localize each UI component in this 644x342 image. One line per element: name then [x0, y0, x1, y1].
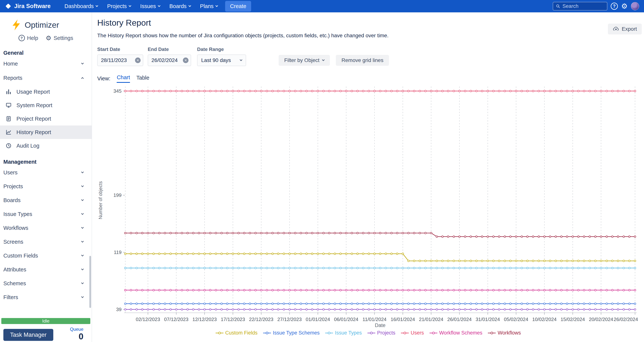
legend-marker-icon	[325, 331, 334, 334]
help-label: Help	[27, 35, 38, 41]
svg-text:07/12/2023: 07/12/2023	[164, 316, 188, 322]
legend-item[interactable]: Custom Fields	[215, 330, 258, 336]
queue-count: 0	[78, 332, 84, 341]
chevron-down-icon	[81, 295, 84, 298]
settings-label: Settings	[54, 35, 73, 41]
sidebar-item-custom-fields[interactable]: Custom Fields	[0, 249, 92, 263]
svg-text:06/01/2024: 06/01/2024	[334, 316, 358, 322]
legend-item[interactable]: Workflow Schemes	[429, 330, 482, 336]
legend-marker-icon	[263, 331, 271, 334]
user-avatar[interactable]	[631, 2, 639, 10]
legend-item[interactable]: Projects	[367, 330, 396, 336]
item-label: Boards	[3, 197, 20, 203]
svg-text:199: 199	[114, 192, 122, 198]
sidebar-item-system-report[interactable]: System Report	[0, 98, 92, 112]
legend-label: Custom Fields	[225, 330, 258, 336]
sidebar-item-audit-log[interactable]: Audit Log	[0, 139, 92, 152]
history-chart: 02/12/202307/12/202312/12/202317/12/2023…	[97, 84, 639, 336]
chevron-down-icon	[158, 4, 160, 7]
sidebar-item-project-report[interactable]: Project Report	[0, 112, 92, 125]
legend-label: Workflows	[498, 330, 521, 336]
nav-item-issues[interactable]: Issues	[137, 0, 163, 12]
end-date-field: End Date ×	[148, 47, 191, 66]
item-label: Projects	[3, 183, 23, 190]
sidebar-item-home[interactable]: Home	[0, 57, 92, 71]
clear-start-date-icon[interactable]: ×	[135, 58, 140, 63]
sidebar-bottom: Idle Task Manager Queue 0	[0, 318, 92, 342]
legend-item[interactable]: Workflows	[488, 330, 521, 336]
task-manager-button[interactable]: Task Manager	[3, 329, 53, 341]
sidebar-item-projects[interactable]: Projects	[0, 180, 92, 193]
sidebar-settings-link[interactable]: ⚙ Settings	[46, 35, 73, 41]
sidebar-item-history-report[interactable]: History Report	[0, 125, 92, 139]
date-range-label: Date Range	[197, 47, 246, 52]
nav-item-label: Issues	[140, 3, 156, 9]
global-search[interactable]	[553, 2, 607, 11]
filter-by-object-label: Filter by Object	[284, 57, 320, 63]
date-range-field: Date Range Last 90 days	[197, 47, 246, 66]
export-button[interactable]: Export	[608, 24, 642, 35]
chevron-up-icon	[81, 77, 84, 80]
svg-text:27/12/2023: 27/12/2023	[277, 316, 302, 322]
sidebar-item-boards[interactable]: Boards	[0, 193, 92, 207]
clock-icon	[6, 143, 12, 149]
sidebar-item-workflows[interactable]: Workflows	[0, 221, 92, 235]
monitor-icon	[6, 102, 12, 108]
gear-icon: ⚙	[621, 3, 628, 10]
svg-text:119: 119	[114, 249, 122, 255]
document-icon	[6, 116, 12, 122]
sidebar-item-users[interactable]: Users	[0, 165, 92, 180]
legend-label: Workflow Schemes	[439, 330, 482, 336]
item-label: Issue Types	[3, 211, 32, 217]
filter-fields-row: Start Date × End Date × Date Range Last …	[97, 47, 639, 66]
item-label: Screens	[3, 239, 23, 245]
item-label: Usage Report	[16, 89, 50, 95]
sidebar-item-reports[interactable]: Reports	[0, 71, 92, 85]
sidebar-item-schemes[interactable]: Schemes	[0, 276, 92, 290]
tab-table[interactable]: Table	[136, 75, 149, 82]
clear-end-date-icon[interactable]: ×	[183, 58, 188, 63]
history-chart-svg: 02/12/202307/12/202312/12/202317/12/2023…	[97, 84, 639, 329]
help-button[interactable]: ?	[611, 3, 618, 10]
sidebar-item-issue-types[interactable]: Issue Types	[0, 207, 92, 221]
legend-item[interactable]: Users	[400, 330, 424, 336]
top-navbar: Jira Software Dashboards Projects Issues…	[0, 0, 644, 12]
nav-item-dashboards[interactable]: Dashboards	[62, 0, 101, 12]
chevron-down-icon	[129, 4, 131, 7]
filter-by-object-button[interactable]: Filter by Object	[278, 55, 330, 66]
jira-brand[interactable]: Jira Software	[5, 3, 51, 10]
app-shell: Optimizer ? Help ⚙ Settings General Home…	[0, 12, 644, 342]
chevron-down-icon	[188, 4, 191, 7]
svg-text:Date: Date	[375, 322, 386, 328]
sidebar-item-usage-report[interactable]: Usage Report	[0, 85, 92, 98]
sidebar-scrollbar[interactable]	[90, 256, 91, 308]
svg-text:15/02/2024: 15/02/2024	[560, 316, 585, 322]
svg-text:26/02/2024: 26/02/2024	[614, 316, 638, 322]
nav-item-label: Dashboards	[64, 3, 94, 9]
view-label: View:	[97, 75, 110, 82]
chevron-down-icon	[96, 4, 98, 7]
svg-text:39: 39	[116, 307, 122, 312]
tab-chart[interactable]: Chart	[117, 74, 130, 83]
settings-button[interactable]: ⚙	[621, 3, 628, 10]
legend-label: Projects	[377, 330, 396, 336]
date-range-select[interactable]: Last 90 days	[197, 55, 246, 66]
item-label: Schemes	[3, 280, 26, 287]
sidebar-item-screens[interactable]: Screens	[0, 235, 92, 249]
sidebar-item-attributes[interactable]: Attributes	[0, 263, 92, 276]
chevron-down-icon	[81, 185, 84, 187]
app-name: Optimizer	[25, 21, 59, 30]
sidebar-item-filters[interactable]: Filters	[0, 290, 92, 304]
svg-text:02/12/2023: 02/12/2023	[136, 316, 160, 322]
nav-item-label: Plans	[200, 3, 214, 9]
legend-item[interactable]: Issue Types	[325, 330, 362, 336]
queue-indicator: Queue 0	[70, 327, 84, 341]
remove-grid-lines-button[interactable]: Remove grid lines	[336, 55, 389, 66]
nav-item-projects[interactable]: Projects	[104, 0, 134, 12]
sidebar-help-link[interactable]: ? Help	[18, 35, 38, 41]
nav-item-plans[interactable]: Plans	[197, 0, 221, 12]
search-input[interactable]	[562, 3, 604, 9]
nav-item-boards[interactable]: Boards	[166, 0, 194, 12]
create-button[interactable]: Create	[225, 1, 251, 12]
legend-item[interactable]: Issue Type Schemes	[263, 330, 320, 336]
